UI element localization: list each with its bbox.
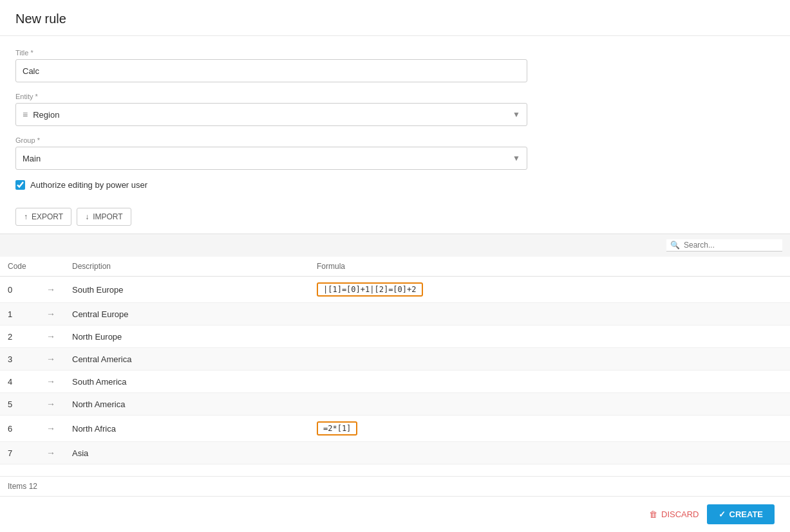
cell-arrow[interactable]: →: [39, 348, 64, 371]
table-toolbar: 🔍: [0, 234, 790, 257]
form-area: Title * Entity * ≡ Region ▼ Group * Main…: [0, 36, 790, 200]
entity-icon: ≡: [23, 109, 28, 120]
cell-description: Central Europe: [64, 303, 309, 326]
table-header-row: Code Description Formula: [0, 257, 790, 277]
cell-arrow[interactable]: →: [39, 442, 64, 464]
export-icon: ↑: [24, 212, 28, 221]
cell-description: North America: [64, 393, 309, 416]
table-row: 2→North Europe: [0, 326, 790, 348]
import-button[interactable]: ↓ IMPORT: [77, 208, 131, 226]
toolbar: ↑ EXPORT ↓ IMPORT: [0, 200, 790, 234]
cell-arrow[interactable]: →: [39, 416, 64, 442]
cell-description: Central America: [64, 348, 309, 371]
cell-formula: [309, 326, 790, 348]
cell-code: 6: [0, 416, 39, 442]
cell-arrow[interactable]: →: [39, 326, 64, 348]
cell-description: Asia: [64, 442, 309, 464]
entity-value: Region: [33, 110, 513, 120]
cell-formula: [309, 442, 790, 464]
group-label: Group *: [15, 136, 775, 144]
items-footer: Items 12: [0, 476, 790, 496]
check-icon: ✓: [719, 509, 726, 519]
arrow-button[interactable]: →: [46, 309, 55, 319]
cell-code: 0: [0, 277, 39, 303]
formula-badge[interactable]: |[1]=[0]+1|[2]=[0]+2: [317, 282, 423, 297]
table-row: 1→Central Europe: [0, 303, 790, 326]
cell-arrow[interactable]: →: [39, 277, 64, 303]
authorize-checkbox[interactable]: [15, 180, 25, 190]
table-row: 7→Asia: [0, 442, 790, 464]
authorize-checkbox-row: Authorize editing by power user: [15, 180, 775, 190]
cell-formula: |[1]=[0]+1|[2]=[0]+2: [309, 277, 790, 303]
group-select[interactable]: Main ▼: [15, 147, 527, 170]
export-button[interactable]: ↑ EXPORT: [15, 208, 71, 226]
cell-code: 2: [0, 326, 39, 348]
cell-formula: [309, 393, 790, 416]
table-row: 6→North Africa=2*[1]: [0, 416, 790, 442]
import-icon: ↓: [85, 212, 89, 221]
entity-chevron-icon: ▼: [513, 110, 520, 119]
discard-label: DISCARD: [661, 509, 699, 519]
table-body: 0→South Europe|[1]=[0]+1|[2]=[0]+21→Cent…: [0, 277, 790, 464]
arrow-button[interactable]: →: [46, 423, 55, 434]
cell-code: 3: [0, 348, 39, 371]
discard-button[interactable]: 🗑 DISCARD: [649, 509, 699, 519]
cell-formula: [309, 348, 790, 371]
entity-label: Entity *: [15, 93, 775, 100]
trash-icon: 🗑: [649, 509, 657, 519]
cell-description: North Africa: [64, 416, 309, 442]
arrow-button[interactable]: →: [46, 399, 55, 409]
title-label: Title *: [15, 49, 775, 57]
table-row: 3→Central America: [0, 348, 790, 371]
data-table: Code Description Formula 0→South Europe|…: [0, 257, 790, 464]
formula-badge[interactable]: =2*[1]: [317, 421, 357, 436]
cell-code: 1: [0, 303, 39, 326]
col-header-description: Description: [64, 257, 309, 277]
cell-description: North Europe: [64, 326, 309, 348]
cell-code: 5: [0, 393, 39, 416]
page-title: New rule: [0, 0, 790, 36]
table-row: 0→South Europe|[1]=[0]+1|[2]=[0]+2: [0, 277, 790, 303]
arrow-button[interactable]: →: [46, 284, 55, 295]
cell-description: South America: [64, 371, 309, 393]
table-row: 4→South America: [0, 371, 790, 393]
table-section: 🔍 Code Description Formula 0→South Europ…: [0, 234, 790, 496]
title-input[interactable]: [15, 59, 527, 82]
search-wrapper: 🔍: [666, 239, 782, 252]
export-label: EXPORT: [32, 212, 63, 221]
entity-select[interactable]: ≡ Region ▼: [15, 103, 527, 126]
cell-arrow[interactable]: →: [39, 371, 64, 393]
entity-field-group: Entity * ≡ Region ▼: [15, 93, 775, 126]
action-bar: 🗑 DISCARD ✓ CREATE: [0, 496, 790, 532]
cell-description: South Europe: [64, 277, 309, 303]
search-input[interactable]: [684, 241, 774, 250]
col-header-arrow: [39, 257, 64, 277]
cell-code: 4: [0, 371, 39, 393]
cell-arrow[interactable]: →: [39, 393, 64, 416]
group-field-group: Group * Main ▼: [15, 136, 775, 170]
arrow-button[interactable]: →: [46, 376, 55, 387]
group-chevron-icon: ▼: [513, 154, 520, 163]
create-label: CREATE: [729, 509, 763, 519]
arrow-button[interactable]: →: [46, 331, 55, 342]
cell-code: 7: [0, 442, 39, 464]
import-label: IMPORT: [93, 212, 122, 221]
arrow-button[interactable]: →: [46, 448, 55, 458]
cell-arrow[interactable]: →: [39, 303, 64, 326]
arrow-button[interactable]: →: [46, 354, 55, 364]
cell-formula: [309, 371, 790, 393]
title-field-group: Title *: [15, 49, 775, 82]
col-header-code: Code: [0, 257, 39, 277]
group-value: Main: [23, 154, 513, 163]
cell-formula: [309, 303, 790, 326]
create-button[interactable]: ✓ CREATE: [707, 504, 775, 524]
table-row: 5→North America: [0, 393, 790, 416]
authorize-label: Authorize editing by power user: [30, 180, 147, 190]
col-header-formula: Formula: [309, 257, 790, 277]
table-container[interactable]: Code Description Formula 0→South Europe|…: [0, 257, 790, 476]
search-icon: 🔍: [670, 241, 680, 250]
cell-formula: =2*[1]: [309, 416, 790, 442]
